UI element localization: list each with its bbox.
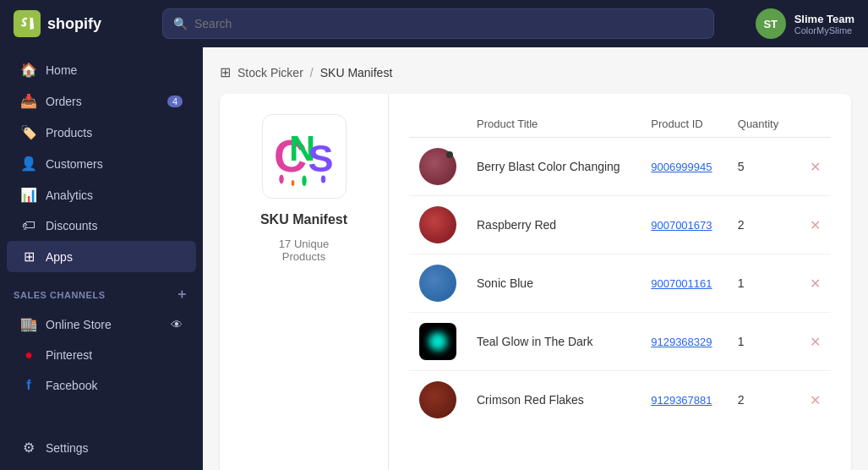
apps-icon: ⊞ [20,249,37,265]
sidebar-label-discounts: Discounts [46,219,97,232]
sidebar-label-online-store: Online Store [46,318,112,331]
sidebar-label-settings: Settings [46,441,89,455]
product-title-cell: Sonic Blue [467,254,641,313]
add-channel-icon[interactable]: ＋ [175,286,189,303]
product-qty-cell: 2 [728,371,800,429]
sales-channels-header: SALES CHANNELS ＋ [0,272,203,309]
product-table: Product Title Product ID Quantity Berry … [409,111,831,429]
product-id-cell: 9006999945 [641,138,728,196]
product-title-cell: Teal Glow in The Dark [467,313,641,371]
sidebar-item-orders[interactable]: 📥 Orders 4 [7,85,196,117]
product-title-cell: Crimson Red Flakes [467,371,641,429]
col-qty: Quantity [728,111,800,138]
app-name: shopify [47,15,101,33]
remove-button[interactable]: ✕ [810,393,821,407]
product-id-cell: 9007001161 [641,254,728,313]
product-title-cell: Berry Blast Color Changing [467,138,641,196]
sidebar-item-products[interactable]: 🏷️ Products [7,117,196,148]
product-id-cell: 9007001673 [641,196,728,254]
discounts-icon: 🏷 [20,218,37,233]
svg-point-6 [320,176,325,183]
settings-icon: ⚙ [20,440,37,456]
sidebar-item-home[interactable]: 🏠 Home [7,54,196,85]
sidebar-label-pinterest: Pinterest [46,348,92,362]
analytics-icon: 📊 [20,187,37,203]
right-panel: Product Title Product ID Quantity Berry … [389,94,851,470]
sidebar: 🏠 Home 📥 Orders 4 🏷️ Products 👤 Customer… [0,47,203,470]
product-id-cell: 9129368329 [641,313,728,371]
search-input[interactable] [194,17,703,30]
store-icon: 🏬 [20,316,37,332]
product-qty-cell: 2 [728,196,800,254]
search-icon: 🔍 [173,17,188,30]
product-remove-cell: ✕ [800,371,831,429]
sidebar-label-products: Products [46,126,92,139]
col-thumb [409,111,467,138]
col-action [800,111,831,138]
breadcrumb-link[interactable]: Stock Picker [237,66,303,79]
sales-channels-label: SALES CHANNELS [14,290,106,300]
product-title-cell: Raspberry Red [467,196,641,254]
products-icon: 🏷️ [20,124,37,140]
table-row: Sonic Blue 9007001161 1 ✕ [409,254,831,313]
inner-content: C N S SKU Manifest 17 Unique [220,94,851,470]
sidebar-label-apps: Apps [46,250,73,264]
col-id: Product ID [641,111,728,138]
sidebar-item-apps[interactable]: ⊞ Apps [7,241,196,272]
sidebar-item-online-store[interactable]: 🏬 Online Store 👁 [7,309,196,340]
sidebar-item-pinterest[interactable]: ● Pinterest [7,340,196,370]
product-id-cell: 9129367881 [641,371,728,429]
product-remove-cell: ✕ [800,313,831,371]
sidebar-item-settings[interactable]: ⚙ Settings [7,432,203,463]
logo-area: shopify [14,10,149,37]
main-layout: 🏠 Home 📥 Orders 4 🏷️ Products 👤 Customer… [0,47,868,470]
col-title: Product Title [467,111,641,138]
sidebar-label-analytics: Analytics [46,189,93,202]
product-remove-cell: ✕ [800,196,831,254]
sidebar-item-customers[interactable]: 👤 Customers [7,148,196,179]
product-thumb-cell [409,196,467,254]
sidebar-label-facebook: Facebook [46,379,97,392]
facebook-icon: f [20,378,37,393]
table-row: Teal Glow in The Dark 9129368329 1 ✕ [409,313,831,371]
product-thumb-cell [409,254,467,313]
sidebar-label-home: Home [46,63,77,77]
unique-products: 17 Unique Products [279,238,329,263]
eye-icon[interactable]: 👁 [171,318,183,331]
remove-button[interactable]: ✕ [810,276,821,291]
svg-point-7 [291,180,294,186]
product-thumb-cell [409,138,467,196]
product-qty-cell: 1 [728,313,800,371]
remove-button[interactable]: ✕ [810,335,821,349]
breadcrumb-current: SKU Manifest [320,66,393,79]
breadcrumb-icon: ⊞ [220,64,231,80]
sidebar-item-facebook[interactable]: f Facebook [7,370,196,401]
sidebar-item-discounts[interactable]: 🏷 Discounts [7,210,196,241]
sidebar-item-analytics[interactable]: 📊 Analytics [7,179,196,210]
manifest-title: SKU Manifest [260,212,347,227]
app-logo: C N S [262,114,347,199]
svg-point-4 [279,175,283,184]
sidebar-label-customers: Customers [46,157,103,171]
user-store: ColorMySlime [794,25,854,36]
product-qty-cell: 5 [728,138,800,196]
user-info: Slime Team ColorMySlime [794,13,854,36]
svg-point-5 [302,176,306,187]
breadcrumb: ⊞ Stock Picker / SKU Manifest [220,64,851,80]
product-remove-cell: ✕ [800,254,831,313]
remove-button[interactable]: ✕ [810,160,821,174]
search-bar[interactable]: 🔍 [162,8,714,39]
pinterest-icon: ● [20,347,37,363]
avatar: ST [756,8,786,39]
customers-icon: 👤 [20,156,37,172]
user-name: Slime Team [794,13,854,25]
user-area: ST Slime Team ColorMySlime [728,8,854,39]
orders-badge: 4 [167,96,183,107]
product-remove-cell: ✕ [800,138,831,196]
product-qty-cell: 1 [728,254,800,313]
remove-button[interactable]: ✕ [810,218,821,232]
table-row: Berry Blast Color Changing 9006999945 5 … [409,138,831,196]
product-thumb-cell [409,371,467,429]
content-area: ⊞ Stock Picker / SKU Manifest C N [203,47,868,470]
product-thumb-cell [409,313,467,371]
